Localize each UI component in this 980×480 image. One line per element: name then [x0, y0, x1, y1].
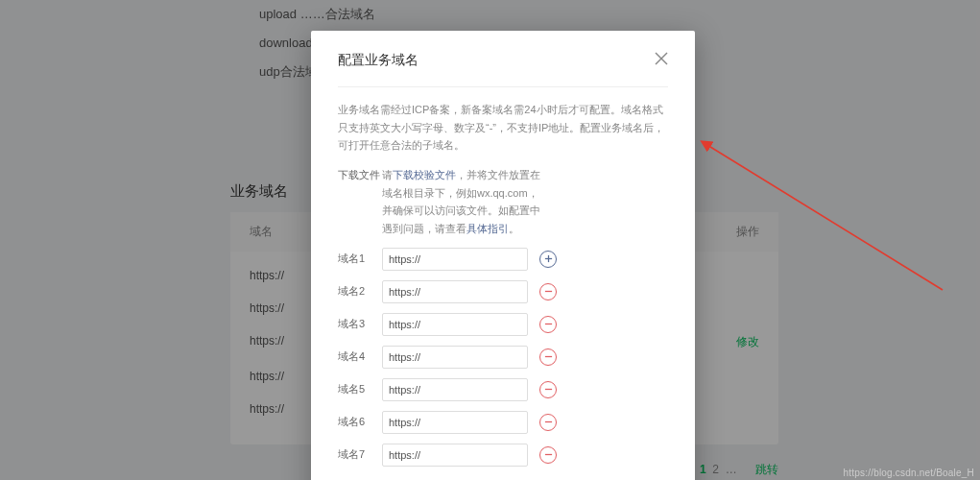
- domain-label: 域名4: [338, 349, 382, 364]
- domain-row: 域名3: [338, 313, 668, 336]
- download-label: 下载文件: [338, 166, 382, 182]
- config-domain-modal: 配置业务域名 业务域名需经过ICP备案，新备案域名需24小时后才可配置。域名格式…: [311, 31, 695, 480]
- domain-input[interactable]: [382, 346, 528, 369]
- domain-row: 域名5: [338, 378, 668, 401]
- remove-domain-icon[interactable]: [539, 348, 557, 366]
- domain-input[interactable]: [382, 378, 528, 401]
- domain-input[interactable]: [382, 444, 528, 467]
- domain-label: 域名2: [338, 284, 382, 299]
- domain-input[interactable]: [382, 280, 528, 303]
- modal-tip-text: 业务域名需经过ICP备案，新备案域名需24小时后才可配置。域名格式只支持英文大小…: [338, 101, 668, 155]
- remove-domain-icon[interactable]: [539, 316, 557, 333]
- remove-domain-icon[interactable]: [539, 381, 557, 398]
- domain-input[interactable]: [382, 248, 528, 271]
- remove-domain-icon[interactable]: [539, 283, 557, 300]
- domain-row: 域名1: [338, 248, 668, 271]
- domain-label: 域名3: [338, 317, 382, 331]
- download-verify-file-link[interactable]: 下载校验文件: [393, 169, 456, 180]
- watermark-text: https://blog.csdn.net/Boale_H: [844, 468, 974, 478]
- close-icon[interactable]: [655, 52, 668, 69]
- download-desc: 请下载校验文件，并将文件放置在域名根目录下，例如wx.qq.com，并确保可以访…: [382, 166, 545, 238]
- domain-row: 域名2: [338, 280, 668, 303]
- domain-row: 域名4: [338, 346, 668, 369]
- remove-domain-icon[interactable]: [539, 414, 557, 431]
- domain-row: 域名6: [338, 411, 668, 434]
- modal-title: 配置业务域名: [338, 52, 418, 69]
- domain-input[interactable]: [382, 313, 528, 336]
- domain-label: 域名6: [338, 415, 382, 429]
- add-domain-icon[interactable]: [539, 251, 557, 268]
- domain-label: 域名5: [338, 382, 382, 396]
- domain-row: 域名7: [338, 444, 668, 467]
- remove-domain-icon[interactable]: [539, 446, 557, 464]
- guide-link[interactable]: 具体指引: [466, 223, 509, 234]
- domain-label: 域名7: [338, 447, 382, 462]
- domain-input[interactable]: [382, 411, 528, 434]
- domain-label: 域名1: [338, 252, 382, 266]
